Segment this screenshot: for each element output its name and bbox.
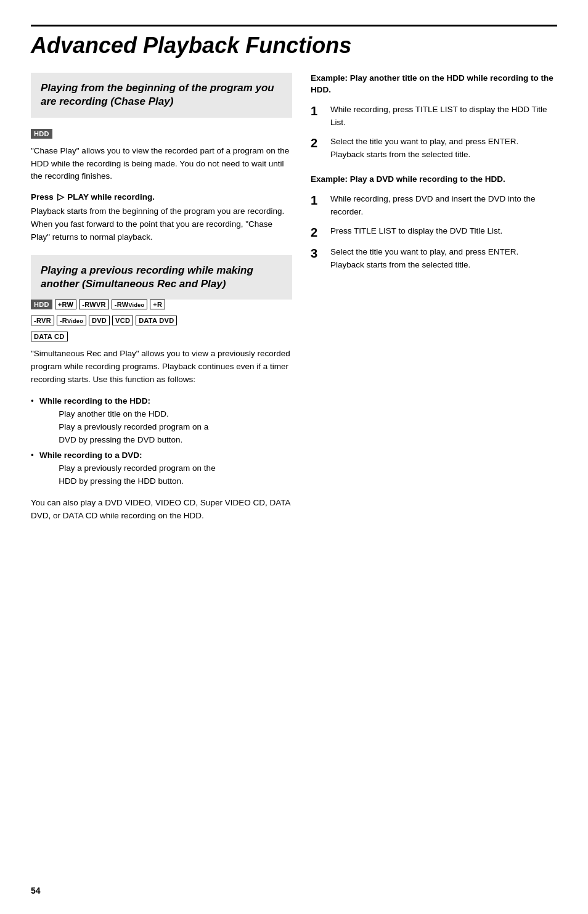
dvd-badge: DVD — [89, 316, 110, 325]
right-column: Example: Play another title on the HDD w… — [311, 73, 557, 531]
data-dvd-badge: DATA DVD — [136, 316, 177, 325]
data-cd-badge: DATA CD — [31, 332, 68, 341]
play-arrow-icon: ▷ — [57, 192, 64, 202]
bullet-dvd-recording: While recording to a DVD: Play a previou… — [31, 449, 292, 488]
hdd-badge: HDD — [31, 129, 52, 139]
ex2-step3-number: 3 — [311, 246, 330, 261]
step1-content: While recording, press TITLE LIST to dis… — [330, 104, 557, 129]
simultaneous-footer: You can also play a DVD VIDEO, VIDEO CD,… — [31, 497, 292, 523]
page-title: Advanced Playback Functions — [31, 33, 557, 58]
sub-play-title-hdd: Play another title on the HDD. — [39, 409, 169, 418]
step1-number: 1 — [311, 104, 330, 118]
simultaneous-section-box: Playing a previous recording while makin… — [31, 255, 292, 300]
example2-step-3: 3 Select the title you want to play, and… — [311, 246, 557, 272]
sub-play-dvd-2: DVD by pressing the DVD button. — [39, 435, 182, 444]
minus-rvideo-badge: -RVideo — [57, 316, 86, 325]
example1-steps: 1 While recording, press TITLE LIST to d… — [311, 104, 557, 161]
simultaneous-bullet-list: While recording to the HDD: Play another… — [31, 395, 292, 488]
plus-rw-badge: +RW — [55, 300, 76, 309]
ex2-step1-number: 1 — [311, 193, 330, 208]
press-play-label: Press — [31, 192, 56, 202]
simultaneous-intro: "Simultaneous Rec and Play" allows you t… — [31, 348, 292, 386]
step2-content: Select the title you want to play, and p… — [330, 136, 557, 161]
sub-play-hdd: Play a previously recorded program on th… — [39, 463, 216, 473]
ex2-step3-content: Select the title you want to play, and p… — [330, 246, 557, 272]
minus-rvr-badge: -RVR — [31, 316, 54, 325]
chase-play-section-box: Playing from the beginning of the progra… — [31, 73, 292, 117]
chase-play-instruction-heading: Press ▷ PLAY while recording. — [31, 192, 292, 202]
top-border — [31, 25, 557, 27]
simultaneous-badges-row2: -RVR -RVideo DVD VCD DATA DVD — [31, 316, 292, 325]
ex2-step2-number: 2 — [311, 225, 330, 240]
example2-title-text: Example: Play a DVD while recording to t… — [311, 174, 505, 184]
example1-step-2: 2 Select the title you want to play, and… — [311, 136, 557, 161]
content-area: Playing from the beginning of the progra… — [31, 73, 557, 531]
play-while-recording-label: PLAY while recording. — [67, 192, 155, 202]
chase-play-instruction-body: Playback starts from the beginning of th… — [31, 205, 292, 244]
page-number: 54 — [31, 886, 41, 896]
example2-title: Example: Play a DVD while recording to t… — [311, 174, 557, 186]
minus-rwvr-badge: -RWVR — [79, 300, 109, 309]
example2-steps: 1 While recording, press DVD and insert … — [311, 193, 557, 272]
simultaneous-badges-row1: HDD +RW -RWVR -RWVideo +R — [31, 300, 292, 309]
example1-title: Example: Play another title on the HDD w… — [311, 73, 557, 96]
example1-step-1: 1 While recording, press TITLE LIST to d… — [311, 104, 557, 129]
example1-title-text: Example: Play another title on the HDD w… — [311, 73, 553, 94]
chase-play-intro: "Chase Play" allows you to view the reco… — [31, 145, 292, 184]
bullet-hdd-recording: While recording to the HDD: Play another… — [31, 395, 292, 447]
page: Advanced Playback Functions Playing from… — [0, 0, 588, 914]
hdd-badge-2: HDD — [31, 300, 52, 309]
sub-play-hdd-2: HDD by pressing the HDD button. — [39, 476, 184, 486]
step2-number: 2 — [311, 136, 330, 150]
example2-step-2: 2 Press TITLE LIST to display the DVD Ti… — [311, 225, 557, 240]
chase-play-title: Playing from the beginning of the progra… — [41, 81, 282, 108]
example2-step-1: 1 While recording, press DVD and insert … — [311, 193, 557, 219]
vcd-badge: VCD — [112, 316, 133, 325]
simultaneous-title: Playing a previous recording while makin… — [41, 264, 282, 291]
ex2-step2-content: Press TITLE LIST to display the DVD Titl… — [330, 225, 557, 238]
chase-play-badges: HDD — [31, 129, 292, 139]
minus-rwvideo-badge: -RWVideo — [112, 300, 148, 309]
plus-r-badge: +R — [150, 300, 165, 309]
simultaneous-badges-row3: DATA CD — [31, 332, 292, 341]
sub-play-dvd: Play a previously recorded program on a — [39, 422, 208, 431]
left-column: Playing from the beginning of the progra… — [31, 73, 292, 531]
ex2-step1-content: While recording, press DVD and insert th… — [330, 193, 557, 219]
